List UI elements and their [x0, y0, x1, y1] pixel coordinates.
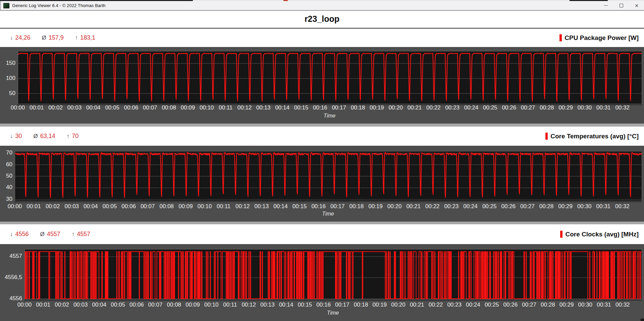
- x-axis-tick-label: 00:08: [167, 302, 181, 308]
- x-axis-tick-label: 00:16: [311, 203, 326, 210]
- x-axis-tick-label: 00:20: [387, 203, 402, 210]
- stat-avg: Ø4557: [40, 231, 60, 238]
- x-axis-tick-label: 00:10: [198, 203, 212, 210]
- stat-avg-value: 157,9: [49, 34, 64, 41]
- panel-splitter[interactable]: [0, 124, 644, 127]
- x-axis-tick-label: 00:16: [313, 104, 327, 111]
- y-axis-tick-label: 30: [0, 196, 12, 202]
- x-axis-tick-label: 00:30: [578, 302, 593, 308]
- x-axis-tick-label: 00:32: [615, 203, 630, 210]
- x-axis-tick-label: 00:03: [73, 302, 88, 308]
- x-axis-tick-label: 00:12: [241, 302, 256, 308]
- series-legend[interactable]: CPU Package Power [W]: [559, 34, 639, 42]
- x-axis-tick-label: 00:01: [30, 104, 44, 111]
- x-axis-tick-label: 00:24: [466, 302, 480, 308]
- close-button[interactable]: ✕: [629, 1, 644, 10]
- x-axis-tick: [337, 201, 338, 203]
- x-axis-tick: [186, 201, 186, 203]
- chart-panel-temperature: 706050403000:0000:0100:0200:0300:0400:05…: [0, 146, 644, 222]
- x-axis-tick-label: 00:13: [255, 203, 269, 210]
- series-legend[interactable]: Core Temperatures (avg) [°C]: [545, 133, 639, 140]
- chart-canvas: [25, 249, 642, 299]
- clocks-chart-plot[interactable]: [24, 249, 642, 300]
- stat-max: ↑183,1: [75, 34, 96, 41]
- x-axis-tick-label: 00:22: [429, 302, 443, 308]
- x-axis-tick-label: 00:29: [559, 302, 574, 308]
- x-axis-tick-label: 00:09: [181, 104, 195, 111]
- max-arrow-icon: ↑: [67, 133, 70, 140]
- x-axis-tick: [281, 201, 281, 203]
- x-axis-tick: [205, 201, 205, 203]
- min-arrow-icon: ↓: [10, 35, 13, 41]
- x-axis-tick-label: 00:23: [447, 302, 462, 308]
- x-axis-title: Time: [322, 211, 334, 217]
- x-axis-tick-label: 00:07: [148, 302, 163, 308]
- stat-min: ↓30: [10, 133, 22, 140]
- legend-color-swatch: [559, 34, 562, 41]
- x-axis-tick: [567, 300, 567, 301]
- legend-color-swatch: [545, 133, 548, 140]
- app-window: Generic Log Viewer 6.4 - © 2022 Thomas B…: [0, 0, 644, 321]
- x-axis-tick: [398, 300, 399, 301]
- x-axis-tick: [417, 300, 418, 301]
- minimize-button[interactable]: [598, 1, 613, 10]
- x-axis-tick-label: 00:26: [502, 104, 516, 111]
- x-axis-tick: [243, 201, 243, 203]
- x-axis-tick: [511, 300, 511, 301]
- power-chart-plot[interactable]: [18, 51, 642, 104]
- desktop-corner-artifact: [641, 319, 644, 321]
- x-axis-tick-label: 00:27: [520, 203, 535, 210]
- x-axis-tick-label: 00:11: [223, 302, 237, 308]
- x-axis-tick-label: 00:08: [160, 203, 174, 210]
- x-axis-tick-label: 00:22: [425, 203, 440, 210]
- x-axis-tick-label: 00:27: [521, 104, 535, 111]
- stat-max-value: 4557: [77, 231, 90, 238]
- average-icon: Ø: [40, 231, 45, 238]
- x-axis-tick: [167, 201, 167, 203]
- x-axis-tick: [193, 300, 194, 301]
- x-axis-tick: [622, 201, 623, 203]
- x-axis-tick-label: 00:00: [8, 203, 22, 210]
- x-axis-tick-label: 00:09: [178, 203, 193, 210]
- stat-avg: Ø63,14: [34, 133, 55, 140]
- stat-avg: Ø157,9: [42, 34, 64, 41]
- stats-strip-temperature: ↓30 Ø63,14 ↑70 Core Temperatures (avg) […: [0, 127, 644, 146]
- x-axis-tick-label: 00:00: [11, 104, 25, 111]
- x-axis-tick-label: 00:07: [143, 104, 157, 111]
- stat-min-value: 24,26: [15, 34, 31, 41]
- x-axis-tick-label: 00:04: [86, 104, 101, 111]
- maximize-button[interactable]: [613, 1, 629, 10]
- stat-max: ↑4557: [72, 231, 91, 238]
- x-axis-tick: [43, 300, 44, 301]
- x-axis-tick-label: 00:16: [316, 302, 331, 308]
- x-axis-tick-label: 00:17: [335, 302, 350, 308]
- series-legend[interactable]: Core Clocks (avg) [MHz]: [560, 231, 639, 238]
- x-axis-tick-label: 00:00: [17, 302, 32, 308]
- x-axis-tick: [342, 300, 343, 301]
- series-stats: ↓30 Ø63,14 ↑70: [10, 133, 78, 140]
- legend-color-swatch: [560, 231, 562, 238]
- window-titlebar[interactable]: Generic Log Viewer 6.4 - © 2022 Thomas B…: [0, 1, 644, 10]
- x-axis-tick-label: 00:24: [463, 203, 478, 210]
- x-axis-tick: [80, 300, 81, 301]
- x-axis-tick: [566, 201, 566, 203]
- x-axis-tick-label: 00:15: [298, 302, 312, 308]
- temperature-chart-plot[interactable]: [15, 151, 642, 201]
- x-axis-tick-label: 00:24: [464, 104, 479, 111]
- y-axis-tick-label: 40: [0, 184, 12, 191]
- x-axis-tick-label: 00:14: [275, 104, 289, 111]
- x-axis-tick: [492, 300, 492, 301]
- x-axis-tick-label: 00:13: [260, 302, 275, 308]
- x-axis-tick: [268, 300, 268, 301]
- app-icon: [3, 3, 9, 8]
- x-axis-tick: [548, 300, 548, 301]
- maximize-icon: [620, 4, 623, 7]
- chart-canvas: [15, 151, 642, 201]
- x-axis-tick-label: 00:28: [539, 203, 554, 210]
- panel-splitter[interactable]: [0, 222, 644, 224]
- max-arrow-icon: ↑: [72, 231, 75, 238]
- x-axis-tick: [224, 201, 224, 203]
- series-stats: ↓4556 Ø4557 ↑4557: [10, 231, 90, 238]
- x-axis-tick-label: 00:32: [615, 104, 630, 111]
- x-axis-tick: [357, 201, 357, 203]
